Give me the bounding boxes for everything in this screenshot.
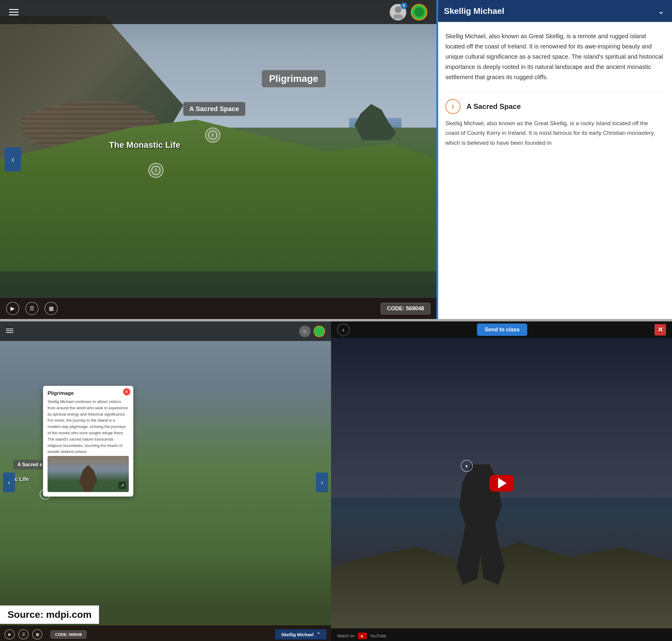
bl-panel-header[interactable]: Skellig Michael ⌃ [275, 629, 327, 640]
nav-arrow-left[interactable]: ‹ [4, 148, 21, 172]
panel-accent-bar [436, 0, 438, 319]
bottom-section: ☺ ‹ › A Sacred s ic Life i ✕ Pligrimage … [0, 322, 672, 641]
youtube-play-btn[interactable] [490, 475, 514, 491]
bl-image-icon: ▶ [9, 632, 11, 637]
label-sacred-space[interactable]: A Sacred Space [183, 102, 245, 116]
expand-icon: ▦ [49, 305, 54, 312]
yt-logo: ▶ [358, 632, 367, 639]
watch-on-label: Watch on [337, 633, 355, 638]
panorama-area: 0 ‹ The Monastic Life A Sacred Space Pli… [0, 0, 436, 319]
popup-rock-shape [79, 465, 97, 492]
bl-code-display: CODE: 569048 [51, 630, 86, 639]
bottom-left-bar: ▶ ☰ ▦ CODE: 569048 Skellig Michael ⌃ [0, 625, 331, 641]
send-to-class-btn[interactable]: Send to class [477, 324, 527, 336]
bl-toolbar-icon-3[interactable]: ▦ [32, 629, 42, 640]
bottom-left-panorama: ☺ ‹ › A Sacred s ic Life i ✕ Pligrimage … [0, 322, 331, 641]
green-action-button[interactable] [411, 4, 427, 21]
panel-chevron-icon[interactable]: ⌄ [658, 6, 664, 16]
right-panel-wrapper: Skellig Michael ⌄ Skellig Michael, also … [436, 0, 672, 319]
close-icon: ✕ [658, 326, 663, 334]
bl-label-monastic: ic Life [13, 476, 29, 482]
small-green-btn[interactable] [314, 326, 325, 337]
video-thumbnail: ▶ Mark Hamill Discusses the Beauty of Ir… [331, 338, 672, 628]
bl-label-sacred: A Sacred s [13, 460, 46, 469]
green-btn-inner [414, 7, 424, 17]
hotspot-1[interactable]: i [148, 163, 163, 178]
arrow-left-icon: ‹ [11, 155, 14, 164]
video-circle-icon: ● [465, 463, 468, 468]
watch-on-youtube[interactable]: Watch on ▶ YouTube [337, 632, 386, 639]
bottom-arrow-left[interactable]: ‹ [3, 473, 15, 492]
image-icon: ▶ [11, 305, 15, 312]
video-rocky-bg [331, 527, 672, 628]
section-divider [0, 319, 672, 322]
play-triangle-icon [498, 478, 507, 489]
small-avatar-btn[interactable]: ☺ [299, 326, 311, 337]
video-next-icon: › [342, 326, 345, 333]
panel-body: Skellig Michael, also known as Great Ske… [436, 22, 672, 319]
bl-book-icon: ☰ [22, 632, 25, 637]
toolbar-book-btn[interactable]: ☰ [25, 302, 39, 315]
hamburger-menu[interactable] [9, 9, 19, 15]
panorama-background [0, 0, 436, 319]
info-icon: i [445, 99, 461, 114]
bottom-right-icons: ☺ [299, 326, 325, 337]
video-bottom-bar: Watch on ▶ YouTube [331, 628, 672, 641]
panel-intro-text: Skellig Michael, also known as Great Ske… [445, 31, 663, 82]
hotspot-2[interactable]: i [205, 127, 220, 142]
info-header: i A Sacred Space [445, 99, 663, 114]
code-display: CODE: 569048 [381, 303, 430, 314]
popup-close-btn[interactable]: ✕ [123, 388, 130, 395]
bottom-nav-bar: ☺ [0, 322, 331, 341]
hotspot-1-inner: i [151, 166, 161, 175]
youtube-label: YouTube [370, 633, 386, 638]
bl-toolbar-icon-2[interactable]: ☰ [18, 629, 29, 640]
video-info-circle[interactable]: ● [461, 460, 473, 472]
nav-right: 0 [390, 4, 427, 21]
panorama-toolbar: ▶ ☰ ▦ CODE: 569048 [0, 298, 436, 319]
avatar-button[interactable]: 0 [390, 4, 406, 21]
top-navigation: 0 [0, 0, 436, 24]
popup-title: Pligrimage [47, 390, 129, 396]
video-container[interactable]: ▶ Mark Hamill Discusses the Beauty of Ir… [331, 338, 672, 628]
source-watermark: Source: mdpi.com [0, 605, 99, 624]
bl-panel-title: Skellig Michael [281, 632, 314, 637]
panel-header: Skellig Michael ⌄ [436, 0, 672, 22]
hotspot-2-inner: i [208, 131, 217, 140]
info-section-title: A Sacred Space [466, 102, 521, 111]
bl-chevron-icon: ⌃ [317, 632, 320, 637]
info-section: i A Sacred Space Skellig Michael, also k… [445, 91, 663, 148]
bottom-right-video: › Send to class ✕ ▶ Mark Hamill Discusse… [331, 322, 672, 641]
bl-toolbar-icon-1[interactable]: ▶ [4, 629, 15, 640]
book-icon: ☰ [29, 305, 34, 312]
pilgrimage-popup: ✕ Pligrimage Skellig Michael continues t… [43, 386, 133, 496]
video-nav-btn[interactable]: › [337, 324, 350, 336]
avatar-small-icon: ☺ [302, 329, 307, 334]
toolbar-expand-btn[interactable]: ▦ [44, 302, 58, 315]
sea-island [349, 96, 401, 160]
right-panel: Skellig Michael ⌄ Skellig Michael, also … [436, 0, 672, 319]
toolbar-image-btn[interactable]: ▶ [6, 302, 19, 315]
info-section-body: Skellig Michael, also known as the Great… [445, 119, 663, 148]
bottom-hamburger-menu[interactable] [6, 329, 13, 334]
popup-text: Skellig Michael continues to attract vis… [47, 399, 129, 453]
video-topbar: › Send to class ✕ [331, 322, 672, 338]
yt-logo-icon: ▶ [361, 635, 364, 638]
popup-expand-btn[interactable]: ↗ [119, 482, 126, 489]
popup-image: ↗ [47, 456, 129, 492]
video-sky-bg [331, 338, 672, 498]
bottom-arrow-right[interactable]: › [316, 473, 328, 492]
panel-title: Skellig Michael [444, 6, 504, 16]
top-section: 0 ‹ The Monastic Life A Sacred Space Pli… [0, 0, 672, 319]
video-close-btn[interactable]: ✕ [655, 324, 666, 336]
notification-badge: 0 [400, 2, 407, 9]
bottom-arrow-right-icon: › [321, 478, 323, 486]
label-pilgrimage[interactable]: Pligrimage [262, 70, 326, 87]
bottom-arrow-left-icon: ‹ [8, 478, 10, 486]
bl-expand-icon: ▦ [36, 632, 39, 637]
